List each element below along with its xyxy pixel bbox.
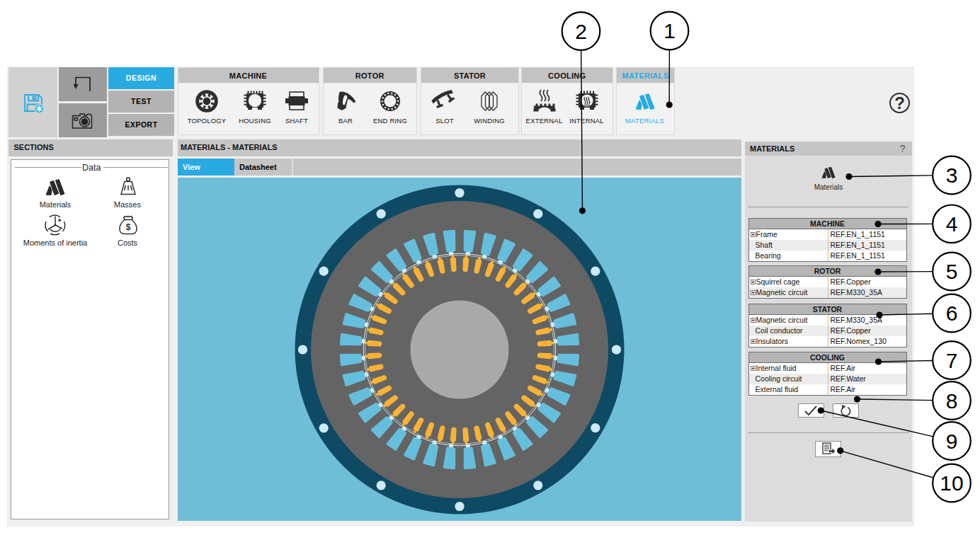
svg-text:10: 10 [940,471,963,495]
svg-text:4: 4 [946,212,958,236]
svg-text:1: 1 [663,19,676,42]
svg-text:5: 5 [946,260,958,283]
svg-text:3: 3 [946,163,958,187]
svg-text:9: 9 [946,430,958,453]
svg-text:$: $ [125,222,130,232]
svg-text:2: 2 [575,20,587,43]
svg-text:8: 8 [946,389,958,413]
svg-text:7: 7 [946,349,958,372]
svg-text:6: 6 [946,301,958,325]
